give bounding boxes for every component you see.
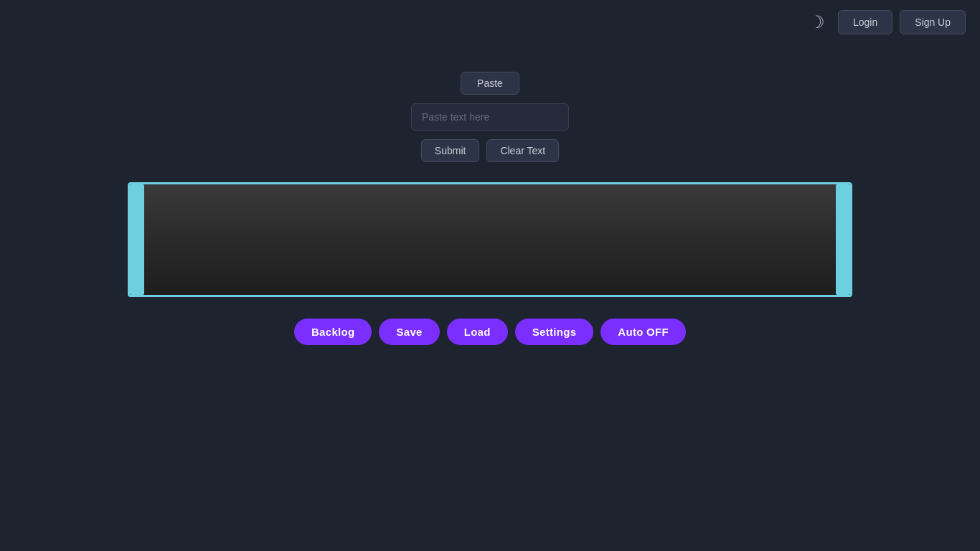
clear-text-button[interactable]: Clear Text [486,139,559,162]
main-content: Paste Submit Clear Text Backlog Save Loa… [0,0,980,345]
auto-button[interactable]: Auto OFF [600,319,686,345]
settings-button[interactable]: Settings [515,319,594,345]
signup-button[interactable]: Sign Up [900,10,966,34]
display-panel [128,182,852,297]
paste-button[interactable]: Paste [461,72,519,95]
header: ☽ Login Sign Up [795,0,980,44]
backlog-button[interactable]: Backlog [294,319,372,345]
login-button[interactable]: Login [838,10,892,34]
load-button[interactable]: Load [447,319,508,345]
paste-text-input[interactable] [411,103,569,131]
save-button[interactable]: Save [379,319,439,345]
moon-icon[interactable]: ☽ [809,12,825,32]
action-row: Submit Clear Text [421,139,559,162]
submit-button[interactable]: Submit [421,139,480,162]
toolbar: Backlog Save Load Settings Auto OFF [294,319,686,345]
